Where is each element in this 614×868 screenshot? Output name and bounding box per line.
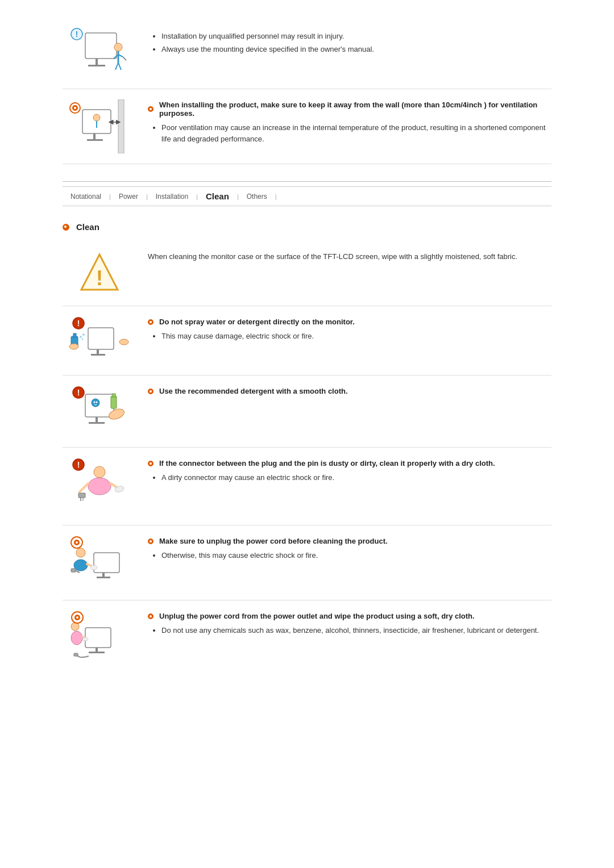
svg-rect-70: [96, 648, 98, 652]
tab-others[interactable]: Others: [239, 191, 275, 202]
orange-dot2: [148, 319, 154, 325]
svg-point-32: [69, 344, 78, 349]
svg-rect-44: [113, 394, 115, 397]
install-warning-image: !: [63, 27, 136, 78]
install-warning-row: ! Installation by unqualified personnel …: [63, 17, 551, 89]
svg-point-73: [71, 631, 82, 645]
svg-rect-2: [88, 65, 105, 66]
clean-wipe-content: Unplug the power cord from the power out…: [148, 611, 551, 638]
svg-rect-17: [118, 99, 124, 153]
svg-point-39: [92, 399, 99, 407]
svg-rect-37: [96, 417, 98, 423]
clean-heading-label: Clean: [76, 222, 99, 232]
install-warning-content: Installation by unqualified personnel ma…: [148, 27, 551, 56]
svg-rect-25: [97, 349, 99, 354]
svg-rect-76: [74, 653, 78, 656]
clean-no-spray-title: Do not spray water or detergent directly…: [148, 318, 551, 326]
svg-rect-59: [97, 577, 110, 578]
svg-rect-65: [71, 569, 76, 572]
clean-intro-row: ! When cleaning the monitor case or the …: [63, 240, 551, 306]
svg-point-61: [74, 560, 88, 571]
svg-point-21: [74, 107, 76, 109]
svg-line-11: [123, 57, 126, 60]
ventilation-title: When installing the product, make sure t…: [148, 101, 551, 118]
orange-dot6: [148, 614, 154, 619]
clean-wipe-row: Unplug the power cord from the power out…: [63, 600, 551, 678]
connector-icon: !: [68, 458, 131, 515]
svg-line-9: [115, 62, 118, 70]
svg-rect-1: [96, 59, 98, 65]
clean-connector-title: If the connector between the plug and th…: [148, 459, 551, 468]
clean-wipe-image: [63, 611, 136, 667]
bullet-item: Poor ventilation may cause an increase i…: [161, 122, 551, 144]
clean-heading-dot: [63, 224, 69, 231]
bullet-item: Otherwise, this may cause electric shock…: [161, 550, 551, 561]
svg-point-42: [107, 407, 126, 422]
wipe-icon: [68, 611, 131, 667]
clean-unplug-bullets: Otherwise, this may cause electric shock…: [148, 550, 551, 561]
clean-unplug-content: Make sure to unplug the power cord befor…: [148, 536, 551, 563]
svg-line-10: [118, 62, 121, 70]
svg-point-33: [119, 339, 128, 345]
svg-line-49: [80, 483, 88, 492]
svg-point-29: [80, 336, 82, 338]
clean-wipe-title: Unplug the power cord from the power out…: [148, 612, 551, 620]
svg-rect-14: [87, 139, 103, 141]
no-spray-icon: !: [68, 316, 131, 365]
svg-point-79: [76, 616, 78, 619]
svg-point-60: [76, 548, 85, 557]
clean-connector-row: ! If the connector between the plug and …: [63, 448, 551, 525]
bullet-item: Do not use any chemicals such as wax, be…: [161, 625, 551, 636]
bullet-item: Always use the mounting device specified…: [161, 44, 551, 55]
orange-dot: [148, 106, 154, 112]
svg-text:!: !: [76, 30, 78, 39]
ventilation-bullets: Poor ventilation may cause an increase i…: [148, 122, 551, 144]
unplug-icon: [68, 536, 131, 590]
bullet-item: This may cause damage, electric shock or…: [161, 331, 551, 342]
nav-tabs: Notational | Power | Installation | Clea…: [63, 186, 551, 206]
svg-rect-71: [89, 652, 105, 653]
bullet-item: Installation by unqualified personnel ma…: [161, 31, 551, 42]
svg-point-41: [96, 402, 98, 403]
tab-notational[interactable]: Notational: [63, 191, 109, 202]
caution-triangle-icon: !: [77, 250, 122, 295]
svg-rect-43: [111, 396, 117, 408]
bullet-item: A dirty connector may cause an electric …: [161, 472, 551, 483]
svg-point-48: [88, 478, 111, 495]
clean-connector-bullets: A dirty connector may cause an electric …: [148, 472, 551, 483]
clean-no-spray-content: Do not spray water or detergent directly…: [148, 316, 551, 344]
clean-detergent-title: Use the recommended detergent with a smo…: [148, 387, 551, 395]
tab-power[interactable]: Power: [111, 191, 146, 202]
clean-connector-image: !: [63, 458, 136, 515]
orange-dot3: [148, 389, 154, 394]
svg-rect-26: [91, 354, 105, 356]
clean-detergent-image: !: [63, 386, 136, 437]
svg-rect-28: [73, 333, 76, 337]
svg-point-40: [94, 402, 96, 403]
clean-intro-text: When cleaning the monitor case or the su…: [148, 251, 551, 262]
detergent-icon: !: [68, 386, 131, 437]
svg-point-68: [76, 541, 78, 544]
svg-rect-13: [93, 133, 96, 139]
ventilation-image: [63, 99, 136, 153]
svg-rect-57: [94, 553, 119, 573]
tab-installation[interactable]: Installation: [148, 191, 196, 202]
clean-no-spray-bullets: This may cause damage, electric shock or…: [148, 331, 551, 342]
install-person-icon: !: [68, 27, 131, 78]
svg-text:!: !: [77, 319, 80, 328]
clean-wipe-bullets: Do not use any chemicals such as wax, be…: [148, 625, 551, 636]
install-warning-bullets: Installation by unqualified personnel ma…: [148, 31, 551, 55]
clean-unplug-image: [63, 536, 136, 590]
ventilation-icon: [68, 99, 131, 153]
clean-no-spray-row: ! Do not spray water or detergent direct…: [63, 306, 551, 375]
svg-point-31: [82, 339, 84, 340]
svg-rect-38: [89, 422, 105, 424]
clean-detergent-content: Use the recommended detergent with a smo…: [148, 386, 551, 400]
svg-rect-58: [102, 573, 105, 577]
tab-clean[interactable]: Clean: [198, 190, 237, 202]
svg-point-63: [90, 565, 97, 570]
svg-rect-69: [85, 628, 111, 648]
ventilation-row: When installing the product, make sure t…: [63, 89, 551, 164]
orange-dot4: [148, 461, 154, 466]
clean-no-spray-image: !: [63, 316, 136, 365]
